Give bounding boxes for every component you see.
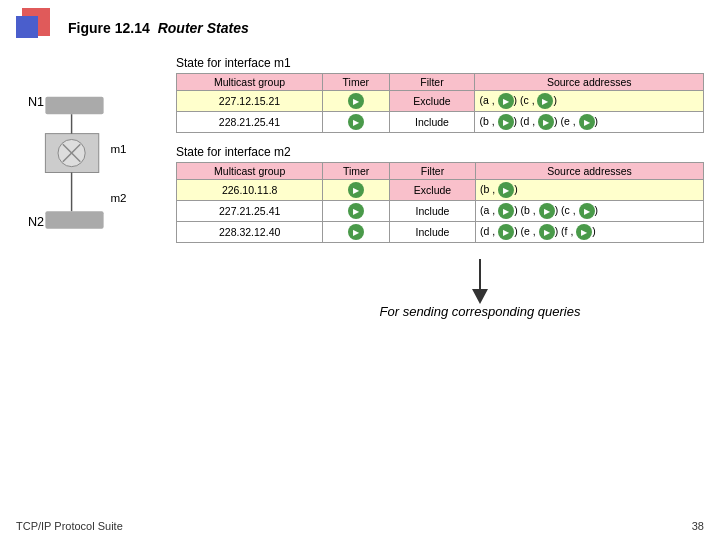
m2-r2-timer: ▶ [323, 201, 390, 222]
svg-text:N1: N1 [28, 95, 44, 109]
m1-col-timer: Timer [323, 74, 390, 91]
m1-table-section: State for interface m1 Multicast group T… [176, 56, 704, 133]
m1-col-filter: Filter [389, 74, 475, 91]
m2-col-sources: Source addresses [476, 163, 704, 180]
main-content: N1 m1 m2 N2 State for interface [0, 56, 720, 389]
m2-header-row: Multicast group Timer Filter Source addr… [177, 163, 704, 180]
m1-header-row: Multicast group Timer Filter Source addr… [177, 74, 704, 91]
m1-r2-filter: Include [389, 112, 475, 133]
m1-col-group: Multicast group [177, 74, 323, 91]
m2-row-2: 227.21.25.41 ▶ Include (a , ▶) (b , ▶) (… [177, 201, 704, 222]
m2-col-group: Multicast group [177, 163, 323, 180]
m1-r2-timer: ▶ [323, 112, 390, 133]
tables-section: State for interface m1 Multicast group T… [176, 56, 704, 389]
timer-icon: ▶ [538, 114, 554, 130]
m2-r2-sources: (a , ▶) (b , ▶) (c , ▶) [476, 201, 704, 222]
m2-r2-group: 227.21.25.41 [177, 201, 323, 222]
timer-icon: ▶ [348, 114, 364, 130]
footer-left: TCP/IP Protocol Suite [16, 520, 123, 532]
m2-r1-group: 226.10.11.8 [177, 180, 323, 201]
m2-row-3: 228.32.12.40 ▶ Include (d , ▶) (e , ▶) (… [177, 222, 704, 243]
svg-rect-1 [45, 97, 103, 114]
timer-icon: ▶ [579, 114, 595, 130]
m2-table: Multicast group Timer Filter Source addr… [176, 162, 704, 243]
m2-r1-timer: ▶ [323, 180, 390, 201]
annotation-area: For sending corresponding queries [256, 259, 704, 319]
m1-r2-group: 228.21.25.41 [177, 112, 323, 133]
svg-text:m2: m2 [110, 191, 126, 204]
timer-icon: ▶ [348, 203, 364, 219]
timer-icon: ▶ [498, 93, 514, 109]
figure-title-text: Router States [158, 20, 249, 36]
arrow-svg [455, 259, 505, 304]
svg-marker-13 [472, 289, 488, 304]
m2-r3-sources: (d , ▶) (e , ▶) (f , ▶) [476, 222, 704, 243]
m2-row-1: 226.10.11.8 ▶ Exclude (b , ▶) [177, 180, 704, 201]
m2-table-section: State for interface m2 Multicast group T… [176, 145, 704, 243]
timer-icon: ▶ [498, 203, 514, 219]
m2-col-filter: Filter [389, 163, 475, 180]
timer-icon: ▶ [348, 182, 364, 198]
timer-icon: ▶ [576, 224, 592, 240]
svg-text:N2: N2 [28, 215, 44, 229]
timer-icon: ▶ [579, 203, 595, 219]
m1-r1-timer: ▶ [323, 91, 390, 112]
header: Figure 12.14 Router States [0, 0, 720, 56]
m1-col-sources: Source addresses [475, 74, 704, 91]
m2-state-label: State for interface m2 [176, 145, 704, 159]
timer-icon: ▶ [348, 224, 364, 240]
m2-r2-filter: Include [389, 201, 475, 222]
timer-icon: ▶ [498, 182, 514, 198]
figure-label: Figure 12.14 [68, 20, 150, 36]
m1-row-1: 227.12.15.21 ▶ Exclude (a , ▶) (c , ▶) [177, 91, 704, 112]
m1-state-label: State for interface m1 [176, 56, 704, 70]
m2-r1-filter: Exclude [389, 180, 475, 201]
svg-text:m1: m1 [110, 142, 126, 155]
timer-icon: ▶ [537, 93, 553, 109]
m1-r2-sources: (b , ▶) (d , ▶) (e , ▶) [475, 112, 704, 133]
timer-icon: ▶ [498, 224, 514, 240]
m1-r1-filter: Exclude [389, 91, 475, 112]
footer-right: 38 [692, 520, 704, 532]
m1-row-2: 228.21.25.41 ▶ Include (b , ▶) (d , ▶) (… [177, 112, 704, 133]
logo [16, 8, 56, 48]
m1-table: Multicast group Timer Filter Source addr… [176, 73, 704, 133]
svg-rect-9 [45, 211, 103, 228]
timer-icon: ▶ [348, 93, 364, 109]
m2-col-timer: Timer [323, 163, 390, 180]
timer-icon: ▶ [539, 224, 555, 240]
m2-r3-filter: Include [389, 222, 475, 243]
figure-title: Figure 12.14 Router States [68, 20, 249, 36]
m1-r1-group: 227.12.15.21 [177, 91, 323, 112]
m2-r1-sources: (b , ▶) [476, 180, 704, 201]
m2-r3-group: 228.32.12.40 [177, 222, 323, 243]
annotation-text: For sending corresponding queries [380, 304, 581, 319]
m2-r3-timer: ▶ [323, 222, 390, 243]
timer-icon: ▶ [539, 203, 555, 219]
timer-icon: ▶ [498, 114, 514, 130]
footer: TCP/IP Protocol Suite 38 [16, 520, 704, 532]
network-diagram: N1 m1 m2 N2 [16, 56, 176, 389]
m1-r1-sources: (a , ▶) (c , ▶) [475, 91, 704, 112]
